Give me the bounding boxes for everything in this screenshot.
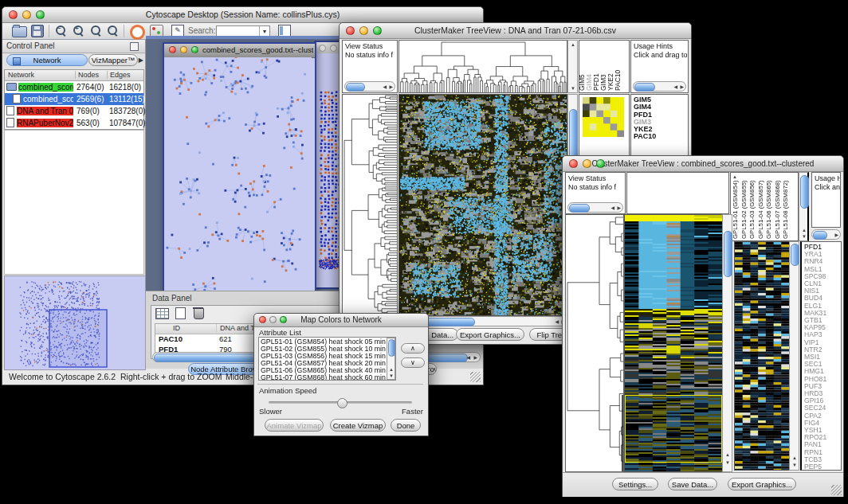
array-label[interactable]: GPL51-03 (GSM856) xyxy=(748,180,756,239)
tv2-heatmap-vscrollbar[interactable]: ▲▼ xyxy=(722,214,732,472)
tv2-zoom-vscrollbar[interactable]: ▲▼ xyxy=(789,241,799,471)
network-row[interactable]: DNA and Tran 07 769(0) 183728(0) xyxy=(5,105,143,117)
new-attribute-icon[interactable] xyxy=(175,307,186,319)
tv1-status-hscrollbar[interactable]: ◀▶ xyxy=(344,81,395,92)
tv1-hints-hscrollbar[interactable]: ◀▶ xyxy=(633,81,686,92)
tv2-view-status: View Status No status info f ◀▶ xyxy=(565,172,626,214)
create-vizmap-button[interactable]: Create Vizmap xyxy=(330,419,386,432)
faster-label: Faster xyxy=(402,407,423,416)
export-graphics-button[interactable]: Export Graphics... xyxy=(456,328,524,341)
gene-label[interactable]: PAC10 xyxy=(634,133,688,140)
array-label[interactable]: GPL51-06 (GSM865) xyxy=(765,180,772,239)
close-icon[interactable] xyxy=(319,45,326,52)
minimize-icon[interactable] xyxy=(330,45,337,52)
array-label[interactable]: GPL51-02 (GSM855) xyxy=(740,180,748,239)
tv2-zoom-heatmap[interactable] xyxy=(734,241,790,471)
zoom-selected-icon[interactable] xyxy=(90,25,103,37)
dialog-titlebar[interactable]: Map Colors to Network xyxy=(254,314,428,327)
network-view[interactable] xyxy=(164,57,312,297)
minimize-icon[interactable] xyxy=(22,10,31,19)
network-window-1[interactable]: combined_scores_good.txt--cluste... xyxy=(163,42,316,297)
data-panel-title: Data Panel xyxy=(152,294,191,303)
tab-vizmapper[interactable]: VizMapper™ xyxy=(88,54,138,66)
animation-speed-label: Animation Speed xyxy=(259,386,316,395)
zoom-in-icon[interactable]: + xyxy=(73,25,85,37)
save-data-button[interactable]: Save Data... xyxy=(668,478,717,490)
minimize-icon[interactable] xyxy=(269,316,277,323)
network-tab-icon xyxy=(13,57,21,65)
export-graphics-button[interactable]: Export Graphics... xyxy=(728,478,796,490)
tv1-global-heatmap[interactable] xyxy=(398,94,567,316)
main-titlebar[interactable]: Cytoscape Desktop (Session Name: collins… xyxy=(2,7,483,23)
slider-thumb[interactable] xyxy=(337,398,347,408)
help-icon[interactable] xyxy=(130,25,145,40)
tv1-zoom-matrix[interactable] xyxy=(583,97,624,137)
control-panel: Control Panel Network VizMapper™ ▶ Netwo… xyxy=(2,40,146,369)
close-icon[interactable] xyxy=(9,10,18,19)
float-panel-icon[interactable] xyxy=(130,42,139,51)
annotation-icon[interactable]: ✎ xyxy=(171,25,184,37)
zoom-icon[interactable] xyxy=(191,46,198,53)
more-tabs-icon[interactable]: ▶ xyxy=(139,57,143,64)
zoom-icon[interactable] xyxy=(36,10,45,19)
zoom-out-icon[interactable]: − xyxy=(55,25,68,37)
list-vscrollbar[interactable]: ▲▼ xyxy=(387,338,395,380)
minimize-icon[interactable] xyxy=(583,159,591,168)
tv2-button-bar: Settings... Save Data... Export Graphics… xyxy=(563,472,843,497)
tv2-labels-vscrollbar[interactable]: ▲▼ xyxy=(799,172,809,241)
minimize-icon[interactable] xyxy=(359,26,368,35)
treeview-window-combined: ClusterMaker TreeView : combined_scores_… xyxy=(562,155,844,497)
array-label[interactable]: GPL51-04 (GSM857) xyxy=(757,180,764,239)
move-up-button[interactable]: ∧ xyxy=(401,343,425,354)
done-button[interactable]: Done xyxy=(391,419,421,432)
tv1-column-dendrogram[interactable] xyxy=(399,41,567,92)
animate-vizmap-button[interactable]: Animate Vizmap xyxy=(265,419,324,432)
birdseye-view[interactable] xyxy=(4,275,146,370)
attribute-item[interactable]: GPL51-07 (GSM868) heat shock 60 min xyxy=(261,374,394,381)
close-icon[interactable] xyxy=(169,46,176,53)
animation-slider[interactable] xyxy=(269,398,412,408)
save-session-icon[interactable] xyxy=(31,25,44,37)
network-table-header[interactable]: Network Nodes Edges xyxy=(5,70,143,81)
attribute-listbox[interactable]: GPL51-01 (GSM854) heat shock 05 minGPL51… xyxy=(258,337,396,381)
window-controls[interactable] xyxy=(9,10,45,19)
tv2-row-dendrogram[interactable] xyxy=(566,215,623,471)
column-label[interactable]: PAC10 xyxy=(614,70,622,91)
tv1-column-labels: GIM5GIM4PFD1GIM3YKE2PAC10 xyxy=(579,40,630,93)
tab-network[interactable]: Network xyxy=(6,54,88,66)
folder-icon xyxy=(6,83,17,91)
tv2-column-labels: ▲ GPL51-01 (GSM854)GPL51-02 (GSM855)GPL5… xyxy=(730,172,799,241)
zoom-icon[interactable] xyxy=(596,159,605,168)
table-mode-icon[interactable] xyxy=(155,308,169,319)
move-down-button[interactable]: ∨ xyxy=(401,357,425,368)
status-right: Middle- xyxy=(226,372,253,381)
tv1-titlebar[interactable]: ClusterMaker TreeView : DNA and Tran 07-… xyxy=(340,23,691,39)
network-row[interactable]: combined_scores 2764(0) 16218(0) xyxy=(5,81,143,93)
zoom-fit-icon[interactable]: ▫ xyxy=(107,25,120,37)
tv2-status-hscrollbar[interactable]: ◀▶ xyxy=(567,202,623,213)
tv2-titlebar[interactable]: ClusterMaker TreeView : combined_scores_… xyxy=(563,156,843,172)
array-label[interactable]: GPL51-07 (GSM868) xyxy=(774,180,781,239)
close-icon[interactable] xyxy=(259,316,266,323)
slower-label: Slower xyxy=(259,407,282,416)
close-icon[interactable] xyxy=(346,26,355,35)
network-row-selected[interactable]: combined_sco 2569(6) 13112(15) xyxy=(5,93,143,105)
tv1-top-vscrollbar[interactable]: ▲▼ xyxy=(567,40,578,93)
array-label[interactable]: GPL51-08 (GSM872) xyxy=(782,180,789,239)
tv2-global-heatmap[interactable] xyxy=(624,214,723,472)
settings-button[interactable]: Settings... xyxy=(612,478,658,490)
resize-grip[interactable] xyxy=(470,372,481,382)
zoom-icon[interactable] xyxy=(280,316,287,323)
tv2-hints-hscrollbar[interactable]: ▶ xyxy=(811,229,841,240)
open-session-icon[interactable] xyxy=(12,26,27,37)
tv1-title: ClusterMaker TreeView : DNA and Tran 07-… xyxy=(414,25,616,35)
array-label[interactable]: GPL51-01 (GSM854) xyxy=(732,180,739,239)
delete-attribute-icon[interactable] xyxy=(194,308,204,319)
close-icon[interactable] xyxy=(569,159,578,168)
control-panel-tabs: Network VizMapper™ ▶ xyxy=(2,53,145,68)
network-row[interactable]: RNAPuberNov2+ 563(0) 107847(0) xyxy=(5,117,143,129)
minimize-icon[interactable] xyxy=(180,46,187,53)
tv1-row-dendrogram[interactable] xyxy=(343,95,397,315)
zoom-icon[interactable] xyxy=(373,26,382,35)
resize-grip[interactable] xyxy=(831,485,842,495)
